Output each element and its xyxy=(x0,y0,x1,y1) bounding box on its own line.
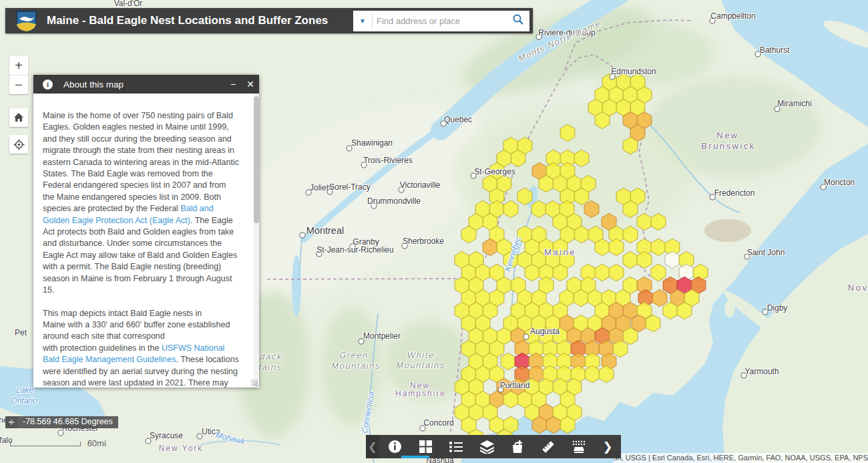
map-label: Montpelier xyxy=(363,331,401,341)
map-label: Augusta xyxy=(530,327,560,336)
layers-icon xyxy=(480,440,494,454)
map-label: Bathurst xyxy=(760,45,790,55)
about-paragraph-2-line2: Maine with a 330' and 660' buffer zone e… xyxy=(43,319,239,331)
search-input[interactable] xyxy=(373,16,507,26)
map-label: Syracuse xyxy=(150,431,183,440)
search-box: ▼ xyxy=(353,11,529,31)
map-label: Kennebec xyxy=(503,235,523,273)
locate-icon xyxy=(13,139,25,150)
map-label: Hampshire xyxy=(395,389,446,398)
map-label: Nova xyxy=(848,283,868,293)
minimize-button[interactable]: − xyxy=(224,79,242,90)
about-paragraph-1: Maine is the home of over 750 nesting pa… xyxy=(43,111,239,213)
map-label: New xyxy=(716,130,739,140)
map-label: Miramichi xyxy=(777,99,811,108)
locate-button[interactable] xyxy=(9,135,28,154)
search-icon[interactable] xyxy=(507,13,529,28)
about-paragraph-1-end: . The Eagle Act protects both Bald and G… xyxy=(43,216,237,295)
print-icon xyxy=(572,440,586,454)
city-marker xyxy=(523,334,529,340)
toolbar-prev-icon[interactable]: ❮ xyxy=(366,435,379,458)
about-paragraph-2: with protection guidelines in the xyxy=(43,343,162,353)
coordinate-crosshair-icon[interactable]: ✛ xyxy=(5,416,17,428)
toolbar-next-icon[interactable]: ❯ xyxy=(594,435,621,458)
map-label: Quebec xyxy=(444,115,472,124)
widget-toolbar: ❮ ❯ xyxy=(366,435,621,458)
tool-print-button[interactable] xyxy=(564,435,594,458)
coordinate-widget: ✛ -78.569 46.685 Degrees xyxy=(5,416,118,428)
map-label: Campbellton xyxy=(710,11,755,21)
map-label: Ontario xyxy=(11,396,37,406)
page-title: Maine - Bald Eagle Nest Locations and Bu… xyxy=(47,14,353,27)
map-label: Moncton xyxy=(824,178,855,187)
zoom-in-button[interactable]: + xyxy=(9,56,28,75)
map-label: Trois-Rivieres xyxy=(363,156,413,165)
map-label: Maine xyxy=(544,247,576,257)
map-application: QuebecShawiniganTrois-RivieresJolietteSo… xyxy=(0,0,868,463)
home-button[interactable] xyxy=(9,108,28,127)
resize-grip[interactable] xyxy=(251,379,258,386)
map-attribution: sri, USGS | Esri Canada, Esri, HERE, Gar… xyxy=(614,453,868,463)
scrollbar[interactable] xyxy=(254,94,259,388)
map-label: Edmundston xyxy=(611,67,656,76)
map-label: dack xyxy=(260,351,282,361)
basemap-grid-icon xyxy=(419,440,432,453)
map-label: Yarmouth xyxy=(744,367,779,376)
about-panel-body: Maine is the home of over 750 nesting pa… xyxy=(33,94,259,388)
about-panel-title: About this map xyxy=(63,80,224,90)
tool-add-data-button[interactable] xyxy=(502,435,533,458)
about-panel-header[interactable]: i About this map − ✕ xyxy=(33,75,259,94)
add-data-bag-icon xyxy=(511,440,524,454)
zoom-controls: + − xyxy=(9,56,28,94)
map-label: Victoriaville xyxy=(400,180,440,190)
tool-measure-button[interactable] xyxy=(533,435,564,458)
usfws-logo-icon xyxy=(15,10,37,32)
scale-bar: 60mi xyxy=(10,438,106,448)
map-label: Connecticut xyxy=(360,391,377,434)
paragraph-gap xyxy=(43,297,239,308)
map-label: St-Jean-sur-Richelieu xyxy=(316,245,393,255)
map-label: Green xyxy=(339,350,369,360)
map-label: St-Georges xyxy=(474,167,515,176)
about-panel: i About this map − ✕ Maine is the home o… xyxy=(33,75,259,388)
map-label: Shawinigan xyxy=(351,138,393,148)
map-label: Pet xyxy=(15,328,27,337)
map-label: Concord xyxy=(423,418,453,428)
map-label: Drummondville xyxy=(367,196,421,206)
map-label: Brunswick xyxy=(701,141,756,151)
map-label: Digby xyxy=(767,303,788,313)
tool-legend-button[interactable] xyxy=(441,435,471,458)
tool-layers-button[interactable] xyxy=(471,435,502,458)
map-label: Sherbrooke xyxy=(403,237,444,246)
scale-bar-label: 60mi xyxy=(87,438,106,448)
scrollbar-thumb[interactable] xyxy=(254,96,259,223)
zoom-out-button[interactable]: − xyxy=(9,75,28,94)
map-label: tains xyxy=(259,362,282,372)
home-icon xyxy=(13,112,24,123)
coordinate-readout: -78.569 46.685 Degrees xyxy=(17,416,118,428)
map-label: Fredericton xyxy=(714,188,755,198)
about-paragraph-2-line3: around each site that correspond xyxy=(43,331,239,342)
info-icon xyxy=(388,440,402,454)
tool-info-button[interactable] xyxy=(379,435,410,458)
map-label: White xyxy=(407,350,435,360)
map-label: Mohawk xyxy=(215,430,246,446)
map-label: Saint John xyxy=(747,248,785,257)
about-text: Maine is the home of over 750 nesting pa… xyxy=(33,94,259,388)
app-header: Maine - Bald Eagle Nest Locations and Bu… xyxy=(5,8,533,33)
tool-basemap-button[interactable] xyxy=(410,435,441,458)
map-label: Lake xyxy=(16,385,33,395)
close-button[interactable]: ✕ xyxy=(242,79,259,90)
measure-ruler-icon xyxy=(541,440,556,454)
about-paragraph-2-line1: This map depicts intact Bald Eagle nests… xyxy=(43,308,239,319)
map-label: Montreal xyxy=(306,225,344,236)
city-marker xyxy=(300,233,306,239)
search-dropdown-caret-icon[interactable]: ▼ xyxy=(353,17,372,25)
info-icon: i xyxy=(43,80,53,90)
map-label: Sorel-Tracy xyxy=(329,182,371,192)
map-label: Mountains xyxy=(331,361,380,371)
map-label: Mountains xyxy=(396,360,445,370)
map-label: Portland xyxy=(500,381,530,390)
scale-bar-line xyxy=(10,442,81,446)
map-label: New York xyxy=(159,444,204,453)
